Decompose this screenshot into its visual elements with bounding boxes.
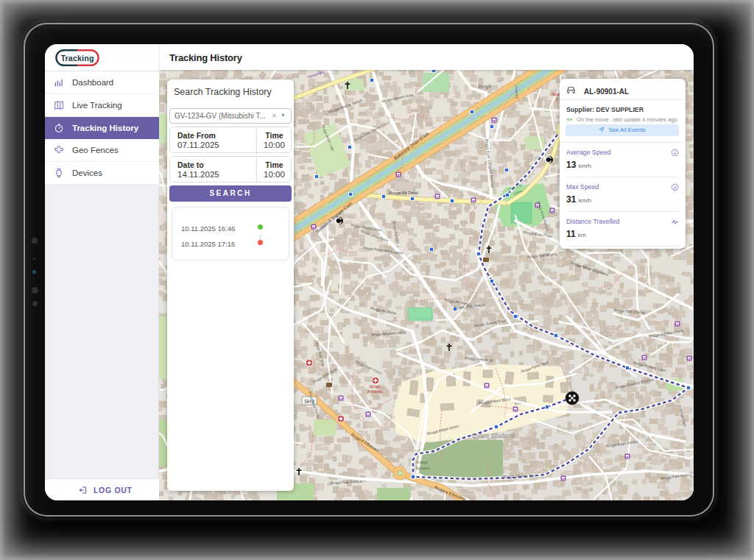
svg-text:Spitali: Spitali <box>369 384 380 389</box>
svg-text:Qyteti Studenti: Qyteti Studenti <box>471 432 515 439</box>
svg-text:Brryli: Brryli <box>478 83 491 90</box>
svg-text:Q.: Q. <box>555 97 559 102</box>
svg-text:Amavita: Amavita <box>367 389 383 394</box>
svg-text:i Europes: i Europes <box>414 466 430 470</box>
svg-text:Rruga Ali Demi: Rruga Ali Demi <box>389 191 418 195</box>
svg-text:Kolegji: Kolegji <box>416 460 428 464</box>
